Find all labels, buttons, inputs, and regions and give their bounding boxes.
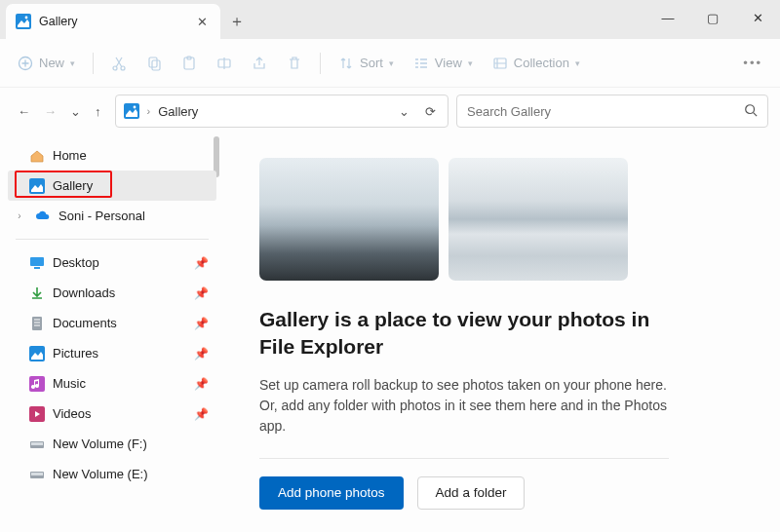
paste-icon <box>181 56 197 71</box>
pin-icon: 📌 <box>194 407 209 421</box>
gallery-heading: Gallery is a place to view your photos i… <box>259 306 669 361</box>
chevron-down-icon: ▾ <box>575 58 580 68</box>
nav-pane: Home Gallery › Soni - Personal Desktop 📌… <box>0 134 220 532</box>
pin-icon: 📌 <box>194 347 209 361</box>
gallery-description: Set up camera roll backup to see photos … <box>259 375 669 437</box>
rename-button[interactable] <box>211 52 238 75</box>
separator <box>16 239 209 240</box>
sidebar-item-downloads[interactable]: Downloads 📌 <box>8 278 216 308</box>
forward-button[interactable]: → <box>44 104 57 119</box>
videos-icon <box>29 406 45 422</box>
tab-title: Gallery <box>39 15 185 28</box>
svg-point-4 <box>121 66 125 70</box>
add-folder-button[interactable]: Add a folder <box>417 476 526 510</box>
back-button[interactable]: ← <box>18 104 30 119</box>
view-button[interactable]: View ▾ <box>408 52 479 75</box>
svg-rect-19 <box>29 376 45 392</box>
title-bar: Gallery ✕ ＋ — ▢ ✕ <box>0 0 780 39</box>
nav-buttons: ← → ⌄ ↑ <box>12 104 107 119</box>
chevron-down-icon: ▾ <box>389 58 394 68</box>
sort-button[interactable]: Sort ▾ <box>332 52 400 75</box>
home-icon <box>29 148 45 164</box>
add-phone-photos-button[interactable]: Add phone photos <box>259 476 404 510</box>
divider <box>259 458 669 459</box>
sidebar-item-volume-e[interactable]: New Volume (E:) <box>8 459 216 489</box>
sidebar-item-gallery[interactable]: Gallery <box>8 171 216 201</box>
content-pane: Gallery is a place to view your photos i… <box>220 134 780 532</box>
svg-rect-5 <box>149 57 157 67</box>
breadcrumb-separator-icon: › <box>147 105 151 117</box>
command-bar: New ▾ Sort ▾ View ▾ Collection ▾ ••• <box>0 39 780 88</box>
pin-icon: 📌 <box>194 317 209 330</box>
maximize-button[interactable]: ▢ <box>690 0 735 35</box>
nav-row: ← → ⌄ ↑ › Gallery ⌄ ⟳ <box>0 88 780 134</box>
search-icon[interactable] <box>744 103 758 120</box>
recent-locations-button[interactable]: ⌄ <box>70 104 81 119</box>
sidebar-item-desktop[interactable]: Desktop 📌 <box>8 247 216 278</box>
drive-icon <box>29 467 45 482</box>
svg-point-1 <box>25 17 28 19</box>
pin-icon: 📌 <box>194 377 209 391</box>
up-button[interactable]: ↑ <box>95 104 101 119</box>
pin-icon: 📌 <box>194 286 209 300</box>
view-icon <box>413 56 429 71</box>
svg-point-3 <box>113 66 117 70</box>
pictures-icon <box>29 346 45 361</box>
gallery-icon <box>29 178 45 194</box>
paste-button[interactable] <box>176 52 203 75</box>
collection-button[interactable]: Collection ▾ <box>487 52 586 75</box>
new-tab-button[interactable]: ＋ <box>220 4 254 39</box>
gallery-icon <box>124 103 139 119</box>
more-button[interactable]: ••• <box>737 52 768 74</box>
more-icon: ••• <box>743 56 762 70</box>
sidebar-item-videos[interactable]: Videos 📌 <box>8 399 216 429</box>
sample-thumbnails <box>259 158 751 281</box>
gallery-tab-icon <box>16 14 31 29</box>
chevron-down-icon: ▾ <box>70 58 75 68</box>
chevron-right-icon[interactable]: › <box>12 210 27 221</box>
tab-close-icon[interactable]: ✕ <box>193 15 211 29</box>
cloud-icon <box>35 209 51 224</box>
sidebar-item-documents[interactable]: Documents 📌 <box>8 308 216 338</box>
plus-circle-icon <box>18 56 33 71</box>
address-bar[interactable]: › Gallery ⌄ ⟳ <box>115 95 449 128</box>
share-icon <box>252 56 267 71</box>
svg-rect-6 <box>152 60 160 70</box>
drive-icon <box>29 437 45 452</box>
body: Home Gallery › Soni - Personal Desktop 📌… <box>0 134 780 532</box>
cut-button[interactable] <box>105 52 133 75</box>
breadcrumb-gallery[interactable]: Gallery <box>158 104 198 119</box>
separator <box>93 53 94 74</box>
svg-rect-15 <box>30 257 44 266</box>
sample-thumbnail-1 <box>259 158 439 281</box>
sample-thumbnail-2 <box>448 158 628 281</box>
new-button[interactable]: New ▾ <box>12 52 81 75</box>
svg-point-12 <box>133 106 136 109</box>
window-controls: — ▢ ✕ <box>645 0 780 35</box>
pin-icon: 📌 <box>194 256 209 270</box>
search-input[interactable] <box>467 104 744 119</box>
sidebar-item-home[interactable]: Home <box>8 140 216 171</box>
download-icon <box>29 285 45 301</box>
sidebar-item-pictures[interactable]: Pictures 📌 <box>8 338 216 368</box>
minimize-button[interactable]: — <box>645 0 690 35</box>
search-box[interactable] <box>456 95 768 128</box>
copy-icon <box>146 56 162 71</box>
svg-rect-22 <box>31 442 43 445</box>
close-window-button[interactable]: ✕ <box>735 0 780 35</box>
share-button[interactable] <box>246 52 273 75</box>
trash-icon <box>287 56 302 71</box>
tab-gallery[interactable]: Gallery ✕ <box>6 4 220 39</box>
cut-icon <box>111 56 127 71</box>
sidebar-item-volume-f[interactable]: New Volume (F:) <box>8 429 216 459</box>
sidebar-item-onedrive[interactable]: › Soni - Personal <box>8 201 216 231</box>
svg-rect-24 <box>31 473 43 475</box>
copy-button[interactable] <box>140 52 168 75</box>
desktop-icon <box>29 255 45 271</box>
refresh-button[interactable]: ⟳ <box>421 104 440 119</box>
address-dropdown-button[interactable]: ⌄ <box>395 104 413 119</box>
delete-button[interactable] <box>281 52 308 75</box>
sidebar-item-music[interactable]: Music 📌 <box>8 368 216 399</box>
separator <box>320 53 321 74</box>
svg-rect-17 <box>32 317 42 330</box>
